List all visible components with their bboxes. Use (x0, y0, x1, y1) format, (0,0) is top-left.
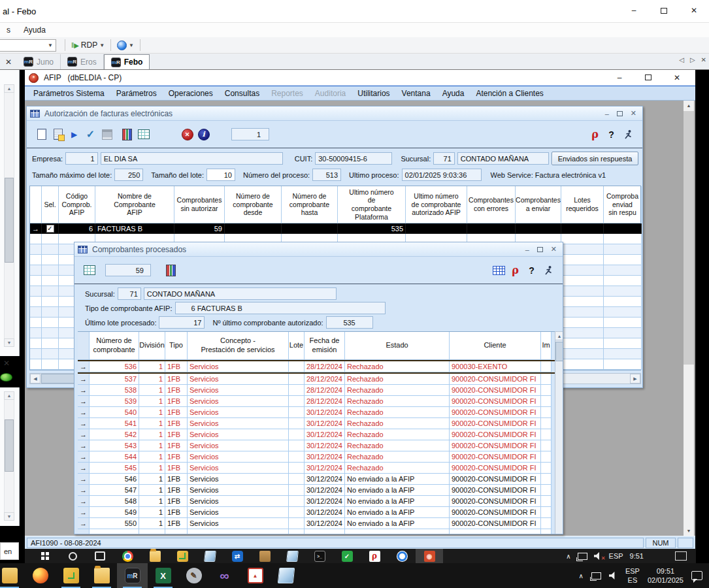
info-icon[interactable] (195, 127, 212, 142)
invoice-row[interactable]: → 545 1 1FB Servicios 30/12/2024 Rechaza… (78, 463, 562, 474)
cmd-icon[interactable] (306, 549, 333, 563)
invoice-row[interactable]: → 537 1 1FB Servicios 28/12/2024 Rechaza… (78, 374, 562, 385)
chevron-down-icon[interactable]: ▼ (99, 42, 105, 48)
pervasive-icon[interactable] (587, 127, 603, 142)
scrollbar-thumb[interactable] (5, 178, 14, 263)
chrome-icon[interactable] (114, 549, 141, 563)
scrollbar-thumb[interactable] (555, 342, 563, 361)
scroll-right-icon[interactable]: ▷ (690, 56, 695, 63)
maximize-icon[interactable] (617, 111, 623, 116)
mail-icon[interactable] (0, 563, 25, 588)
scroll-up-icon[interactable]: ▲ (684, 101, 694, 110)
teamviewer-icon[interactable] (223, 549, 251, 563)
bluecircle-icon[interactable] (388, 549, 416, 563)
explorer-icon[interactable] (141, 549, 169, 563)
scroll-left-icon[interactable]: ◀ (30, 374, 41, 384)
column-header[interactable]: Comprobantes con errores (467, 186, 516, 223)
invoice-row[interactable]: → 540 1 1FB Servicios 30/12/2024 Rechaza… (78, 407, 562, 418)
mdi-scrollbar[interactable]: ▲ ▼ (684, 101, 694, 536)
new-document-icon[interactable] (33, 127, 50, 142)
minimize-icon[interactable]: – (605, 110, 609, 118)
enviados-sin-respuesta-button[interactable]: Enviados sin respuesta (552, 152, 638, 165)
tipo-comprobante-field[interactable]: 6 FACTURAS B (175, 302, 386, 314)
column-header[interactable]: Comprobantes sin autorizar (174, 186, 225, 223)
invoice-row[interactable]: → 546 1 1FB Servicios 30/12/2024 No envi… (78, 474, 562, 485)
language-indicator[interactable]: ESP (609, 551, 623, 561)
column-header[interactable]: Ultimo número de comprobante autorizado … (406, 186, 467, 223)
column-header[interactable]: Concepto - Prestación de servicios (188, 332, 289, 360)
empresa-name-field[interactable]: EL DIA SA (101, 152, 284, 165)
invoice-row[interactable]: → 541 1 1FB Servicios 30/12/2024 Rechaza… (78, 418, 562, 429)
exit-icon[interactable] (540, 263, 556, 278)
column-header[interactable]: Sel. (42, 186, 59, 223)
column-header[interactable]: Comproba enviad sin respu (604, 186, 642, 223)
panel-scrollbar[interactable]: ▲ ▼ (4, 391, 14, 521)
help-icon[interactable] (523, 263, 540, 278)
minimize-icon[interactable]: – (605, 73, 634, 82)
ultimo-lote-field[interactable]: 17 (159, 316, 205, 329)
invoice-row[interactable]: → 544 1 1FB Servicios 30/12/2024 Rechaza… (78, 451, 562, 463)
imageviewer-icon[interactable] (240, 563, 271, 588)
devtools-icon[interactable] (169, 549, 196, 563)
host-menu-item[interactable]: s (0, 25, 17, 35)
afip-icon[interactable] (416, 549, 443, 563)
show-desktop-button[interactable] (675, 551, 687, 561)
scroll-left-icon[interactable]: ◁ (679, 56, 684, 63)
cuit-field[interactable]: 30-50009415-6 (315, 152, 391, 165)
pervasive-icon[interactable] (507, 263, 523, 278)
package-icon[interactable] (251, 549, 278, 563)
tamano-max-field[interactable]: 250 (114, 169, 143, 181)
devtools-icon[interactable] (56, 563, 86, 588)
invoice-row[interactable]: → 550 1 1FB Servicios 30/12/2024 No envi… (78, 518, 562, 529)
scrollbar-thumb[interactable] (684, 111, 694, 365)
column-header[interactable] (30, 186, 42, 223)
grid-report-icon[interactable] (81, 263, 97, 278)
close-icon[interactable]: ✕ (701, 56, 706, 63)
column-header[interactable]: División (139, 332, 165, 360)
columns-icon[interactable] (119, 127, 135, 142)
afip-menu-item[interactable]: Consultas (219, 89, 265, 98)
invoice-row[interactable]: → 547 1 1FB Servicios 30/12/2024 No envi… (78, 485, 562, 496)
volume-icon[interactable] (609, 572, 618, 580)
glassdoc-icon[interactable] (196, 549, 223, 563)
procesados-vertical-scrollbar[interactable]: ▲ (555, 331, 563, 534)
scroll-down-icon[interactable]: ▼ (4, 338, 14, 347)
network-icon[interactable] (578, 553, 587, 560)
gimp-icon[interactable] (178, 563, 209, 588)
table-view-icon[interactable] (491, 263, 507, 278)
column-header[interactable]: Nombre de Comprobante AFIP (95, 186, 174, 223)
connection-combobox[interactable]: ▼ (0, 39, 56, 52)
column-header[interactable]: Im (541, 332, 552, 360)
visualstudio-icon[interactable] (209, 563, 240, 588)
column-header[interactable]: Lote (289, 332, 305, 360)
column-header[interactable]: Tipo (165, 332, 188, 360)
columns-icon[interactable] (163, 263, 179, 278)
grid-report-icon[interactable] (135, 127, 152, 142)
invoice-row[interactable]: → 543 1 1FB Servicios 30/12/2024 Rechaza… (78, 440, 562, 451)
num-proceso-field[interactable]: 513 (312, 169, 341, 181)
glassdoc-icon[interactable] (271, 563, 301, 588)
scroll-up-icon[interactable]: ▲ (555, 332, 563, 340)
action-center-icon[interactable] (691, 571, 702, 580)
close-icon[interactable]: ✕ (679, 0, 709, 21)
sucursal-code-field[interactable]: 71 (433, 152, 455, 165)
connection-tab[interactable]: mR Febo (104, 54, 150, 69)
scrollbar-thumb[interactable] (5, 419, 14, 472)
empresa-code-field[interactable]: 1 (65, 152, 98, 165)
column-header[interactable]: Fecha de emisión (305, 332, 345, 360)
scroll-up-icon[interactable]: ▲ (4, 84, 14, 93)
checkbox[interactable]: ✓ (46, 225, 54, 233)
firefox-icon[interactable] (25, 563, 56, 588)
column-header[interactable]: Número de comprobante (90, 332, 139, 360)
scroll-up-icon[interactable]: ▲ (4, 391, 14, 400)
afip-menu-item[interactable]: Ventana (396, 89, 437, 98)
close-icon[interactable]: ✕ (631, 109, 636, 118)
explorer-icon[interactable] (86, 563, 117, 588)
pervasive-icon[interactable] (361, 549, 388, 563)
afip-menu-item[interactable]: Parámetros (110, 89, 163, 98)
afip-menu-item[interactable]: Ayuda (437, 89, 470, 98)
invoice-row[interactable]: → 548 1 1FB Servicios 30/12/2024 No envi… (78, 496, 562, 507)
afip-menu-item[interactable]: Auditoria (309, 89, 352, 98)
column-header[interactable]: Número de comprobante hasta (282, 186, 338, 223)
run-icon[interactable] (66, 127, 82, 142)
